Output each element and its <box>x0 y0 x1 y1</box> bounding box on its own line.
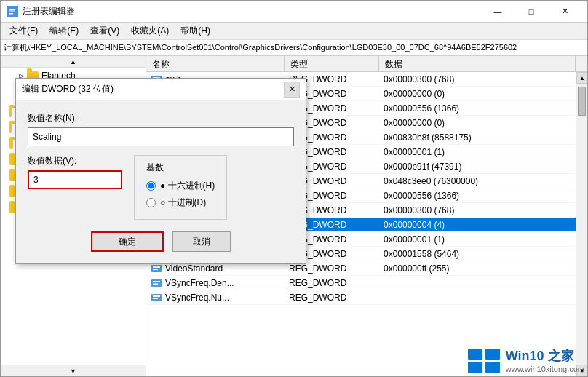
reg-type: REG_DWORD <box>285 290 379 305</box>
watermark-text-group: Win10 之家 www.win10xitong.com <box>506 347 584 373</box>
radio-dec-label: ○ 十进制(D) <box>160 197 206 209</box>
dialog-title: 编辑 DWORD (32 位值) <box>22 83 114 95</box>
svg-rect-1 <box>9 9 15 11</box>
col-header-name: 名称 <box>146 56 285 72</box>
svg-rect-45 <box>153 269 158 270</box>
svg-rect-54 <box>468 362 482 373</box>
svg-rect-55 <box>485 362 500 373</box>
radio-dec-input[interactable] <box>146 198 156 207</box>
windows-logo-icon <box>466 346 501 375</box>
reg-data: 0x00830b8f (8588175) <box>379 130 576 145</box>
window-title: 注册表编辑器 <box>23 5 75 17</box>
radio-hex[interactable]: ● 十六进制(H) <box>146 180 215 192</box>
watermark-url: www.win10xitong.com <box>506 365 584 373</box>
reg-data: 0x00000000 (0) <box>379 87 576 101</box>
name-label: 数值名称(N): <box>28 112 294 124</box>
reg-data <box>379 276 576 290</box>
reg-data: 0x00000001 (1) <box>379 232 576 247</box>
data-input[interactable] <box>28 170 122 189</box>
col-header-type: 类型 <box>285 56 379 72</box>
menu-bar: 文件(F) 编辑(E) 查看(V) 收藏夹(A) 帮助(H) <box>1 23 587 40</box>
svg-rect-44 <box>153 266 160 268</box>
address-bar: 计算机\HKEY_LOCAL_MACHINE\SYSTEM\ControlSet… <box>1 40 587 56</box>
svg-rect-2 <box>9 11 15 12</box>
menu-edit[interactable]: 编辑(E) <box>44 23 84 39</box>
col-header-data: 数据 <box>379 56 576 72</box>
svg-rect-52 <box>468 349 482 360</box>
minimize-button[interactable]: — <box>481 1 514 23</box>
reg-data: 0x00000556 (1366) <box>379 101 576 116</box>
watermark-brand: Win10 之家 <box>506 347 584 365</box>
base-label: 基数 <box>146 162 215 174</box>
title-bar-left: 注册表编辑器 <box>7 5 75 17</box>
reg-data: 0x00000300 (768) <box>379 72 576 87</box>
folder-icon <box>9 140 13 149</box>
radio-hex-label: ● 十六进制(H) <box>160 180 215 192</box>
menu-favorites[interactable]: 收藏夹(A) <box>125 23 175 39</box>
reg-data-scaling: 0x00000004 (4) <box>379 218 576 232</box>
cancel-button[interactable]: 取消 <box>172 231 231 252</box>
dialog-body: 数值名称(N): 数值数据(V): 基数 ● 十六进制(H) <box>16 100 306 263</box>
base-group: 基数 ● 十六进制(H) ○ 十进制(D) <box>134 155 227 220</box>
svg-rect-50 <box>153 295 160 297</box>
registry-scrollbar[interactable]: ▲ ▼ <box>576 72 587 376</box>
menu-view[interactable]: 查看(V) <box>84 23 125 39</box>
title-bar: 注册表编辑器 — □ ✕ <box>1 1 587 23</box>
menu-help[interactable]: 帮助(H) <box>175 23 216 39</box>
tree-scroll-up[interactable]: ▲ <box>1 56 146 68</box>
table-row[interactable]: VSyncFreq.Den... REG_DWORD <box>146 276 576 290</box>
reg-data: 0x000000ff (255) <box>379 261 576 276</box>
folder-icon <box>9 124 12 133</box>
radio-dec[interactable]: ○ 十进制(D) <box>146 197 215 209</box>
reg-data: 0x00001558 (5464) <box>379 247 576 261</box>
registry-header: 名称 类型 数据 <box>146 56 587 72</box>
reg-data: 0x00000001 (1) <box>379 145 576 159</box>
folder-icon <box>9 108 12 117</box>
reg-name: VSyncFreq.Nu... <box>146 290 285 305</box>
maximize-button[interactable]: □ <box>514 1 548 23</box>
data-input-group: 数值数据(V): <box>28 155 122 189</box>
scrollbar-thumb[interactable] <box>578 87 586 116</box>
svg-rect-53 <box>485 349 500 360</box>
reg-data <box>379 290 576 305</box>
dialog-title-bar: 编辑 DWORD (32 位值) ✕ <box>16 79 306 100</box>
reg-type: REG_DWORD <box>285 276 379 290</box>
svg-rect-43 <box>151 265 162 272</box>
tree-scroll-down[interactable]: ▼ <box>1 365 146 376</box>
svg-rect-48 <box>153 283 158 285</box>
svg-rect-49 <box>151 294 162 301</box>
title-controls: — □ ✕ <box>481 1 581 23</box>
table-row[interactable]: VSyncFreq.Nu... REG_DWORD <box>146 290 576 305</box>
data-label: 数值数据(V): <box>28 155 122 167</box>
ok-button[interactable]: 确定 <box>91 231 164 252</box>
regedit-icon <box>7 6 18 17</box>
svg-rect-3 <box>9 13 13 15</box>
menu-file[interactable]: 文件(F) <box>4 23 44 39</box>
reg-data: 0x0000b91f (47391) <box>379 159 576 174</box>
reg-data: 0x048c3ee0 (76300000) <box>379 174 576 188</box>
svg-rect-47 <box>153 281 160 282</box>
dialog-buttons: 确定 取消 <box>28 231 294 252</box>
dialog-data-row: 数值数据(V): 基数 ● 十六进制(H) ○ 十进制(D) <box>28 155 294 220</box>
svg-rect-51 <box>153 298 158 299</box>
scrollbar-track[interactable] <box>576 84 587 365</box>
svg-rect-46 <box>151 279 162 287</box>
scrollbar-up-arrow[interactable]: ▲ <box>576 72 587 84</box>
main-content: ▲ ▷ Elantech ▷ Fla... MSBDD_LGD03E30_00_… <box>1 56 587 376</box>
reg-data: 0x00000000 (0) <box>379 116 576 130</box>
radio-hex-input[interactable] <box>146 181 156 191</box>
reg-data: 0x00000300 (768) <box>379 203 576 218</box>
close-button[interactable]: ✕ <box>548 1 581 23</box>
header-scrollbar-space <box>576 56 587 71</box>
reg-data: 0x00000556 (1366) <box>379 188 576 203</box>
name-input[interactable] <box>28 127 294 146</box>
edit-dword-dialog: 编辑 DWORD (32 位值) ✕ 数值名称(N): 数值数据(V): 基数 <box>15 78 306 264</box>
main-window: 注册表编辑器 — □ ✕ 文件(F) 编辑(E) 查看(V) 收藏夹(A) 帮助… <box>0 0 588 377</box>
address-path: 计算机\HKEY_LOCAL_MACHINE\SYSTEM\ControlSet… <box>4 42 517 53</box>
watermark: Win10 之家 www.win10xitong.com <box>466 346 584 375</box>
dialog-close-button[interactable]: ✕ <box>284 82 300 98</box>
reg-name: VSyncFreq.Den... <box>146 276 285 290</box>
